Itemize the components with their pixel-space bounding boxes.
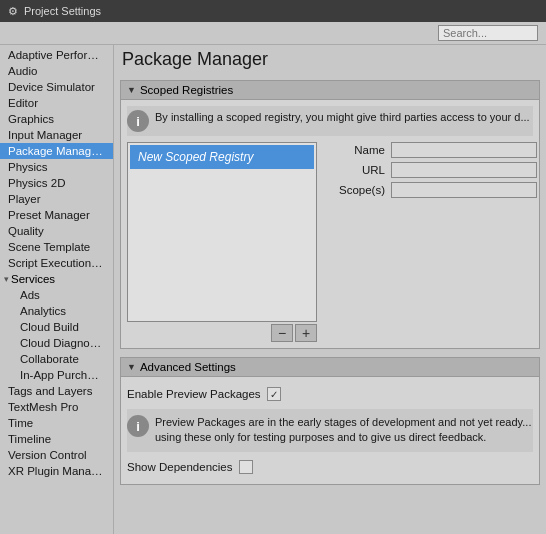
info-icon: i — [127, 110, 149, 132]
advanced-settings-section: ▼ Advanced Settings Enable Preview Packa… — [120, 357, 540, 485]
scoped-registries-arrow: ▼ — [127, 85, 136, 95]
sidebar-item-textmesh-pro[interactable]: TextMesh Pro — [0, 399, 113, 415]
enable-preview-checkbox[interactable] — [267, 387, 281, 401]
scoped-registries-label: Scoped Registries — [140, 84, 233, 96]
scopes-input[interactable] — [391, 182, 537, 198]
name-row: Name — [325, 142, 537, 158]
add-registry-button[interactable]: + — [295, 324, 317, 342]
url-input[interactable] — [391, 162, 537, 178]
show-dependencies-checkbox[interactable] — [239, 460, 253, 474]
sidebar-item-analytics[interactable]: Analytics — [0, 303, 113, 319]
scopes-row: Scope(s) — [325, 182, 537, 198]
sidebar-item-editor[interactable]: Editor — [0, 95, 113, 111]
sidebar-item-audio[interactable]: Audio — [0, 63, 113, 79]
search-input[interactable] — [438, 25, 538, 41]
sidebar-item-quality[interactable]: Quality — [0, 223, 113, 239]
sidebar-item-timeline[interactable]: Timeline — [0, 431, 113, 447]
advanced-settings-arrow: ▼ — [127, 362, 136, 372]
title-bar-icon: ⚙ — [8, 5, 18, 18]
sidebar-item-script-execution[interactable]: Script Execution O... — [0, 255, 113, 271]
sidebar-item-scene-template[interactable]: Scene Template — [0, 239, 113, 255]
show-dependencies-label: Show Dependencies — [127, 461, 233, 473]
sidebar-item-in-app-purchase[interactable]: In-App Purchas... — [0, 367, 113, 383]
remove-registry-button[interactable]: − — [271, 324, 293, 342]
advanced-settings-body: Enable Preview Packages i Preview Packag… — [120, 377, 540, 485]
sidebar-item-xr-plugin-manager[interactable]: XR Plugin Manage... — [0, 463, 113, 479]
sidebar-section-services[interactable]: ▾Services — [0, 271, 113, 287]
registry-list-item[interactable]: New Scoped Registry — [130, 145, 314, 169]
registry-list-inner[interactable]: New Scoped Registry — [127, 142, 317, 322]
scopes-label: Scope(s) — [325, 184, 385, 196]
sidebar-item-physics[interactable]: Physics — [0, 159, 113, 175]
registry-form: Name URL Scope(s) — [325, 142, 537, 342]
scoped-registries-body: i By installing a scoped registry, you m… — [120, 100, 540, 349]
title-bar: ⚙ Project Settings — [0, 0, 546, 22]
registry-controls: − + — [127, 324, 317, 342]
sidebar-item-preset-manager[interactable]: Preset Manager — [0, 207, 113, 223]
info-banner: i By installing a scoped registry, you m… — [127, 106, 533, 136]
name-label: Name — [325, 144, 385, 156]
show-dependencies-row: Show Dependencies — [127, 456, 533, 478]
sidebar-item-version-control[interactable]: Version Control — [0, 447, 113, 463]
content-header: Package Manager — [114, 45, 546, 76]
sidebar-item-package-manager[interactable]: Package Manage... — [0, 143, 113, 159]
sidebar-item-tags-and-layers[interactable]: Tags and Layers — [0, 383, 113, 399]
warn-icon: i — [127, 415, 149, 437]
content-area: Package Manager ▼ Scoped Registries i By… — [114, 45, 546, 534]
sidebar-item-collaborate[interactable]: Collaborate — [0, 351, 113, 367]
sidebar-item-input-manager[interactable]: Input Manager — [0, 127, 113, 143]
sidebar-item-player[interactable]: Player — [0, 191, 113, 207]
enable-preview-label: Enable Preview Packages — [127, 388, 261, 400]
sidebar-section-label: Services — [11, 273, 55, 285]
page-title: Package Manager — [122, 49, 538, 70]
advanced-settings-toggle[interactable]: ▼ Advanced Settings — [120, 357, 540, 377]
enable-preview-row: Enable Preview Packages — [127, 383, 533, 405]
sidebar-item-adaptive-performance[interactable]: Adaptive Performa... — [0, 47, 113, 63]
registry-list: New Scoped Registry − + — [127, 142, 317, 342]
sidebar-item-time[interactable]: Time — [0, 415, 113, 431]
sidebar-item-ads[interactable]: Ads — [0, 287, 113, 303]
sidebar-item-physics-2d[interactable]: Physics 2D — [0, 175, 113, 191]
url-row: URL — [325, 162, 537, 178]
scoped-registries-section: ▼ Scoped Registries i By installing a sc… — [120, 80, 540, 349]
registry-layout: New Scoped Registry − + Name — [127, 142, 533, 342]
title-bar-label: Project Settings — [24, 5, 101, 17]
info-text: By installing a scoped registry, you mig… — [155, 110, 533, 125]
sidebar-item-graphics[interactable]: Graphics — [0, 111, 113, 127]
section-arrow: ▾ — [4, 274, 9, 284]
advanced-settings-label: Advanced Settings — [140, 361, 236, 373]
warn-text: Preview Packages are in the early stages… — [155, 415, 533, 446]
warn-banner: i Preview Packages are in the early stag… — [127, 409, 533, 452]
sidebar-item-device-simulator[interactable]: Device Simulator — [0, 79, 113, 95]
scoped-registries-toggle[interactable]: ▼ Scoped Registries — [120, 80, 540, 100]
sidebar-item-cloud-diagnostics[interactable]: Cloud Diagnosti... — [0, 335, 113, 351]
sidebar: Adaptive Performa...AudioDevice Simulato… — [0, 45, 114, 534]
search-bar-area — [0, 22, 546, 45]
name-input[interactable] — [391, 142, 537, 158]
url-label: URL — [325, 164, 385, 176]
sidebar-item-cloud-build[interactable]: Cloud Build — [0, 319, 113, 335]
